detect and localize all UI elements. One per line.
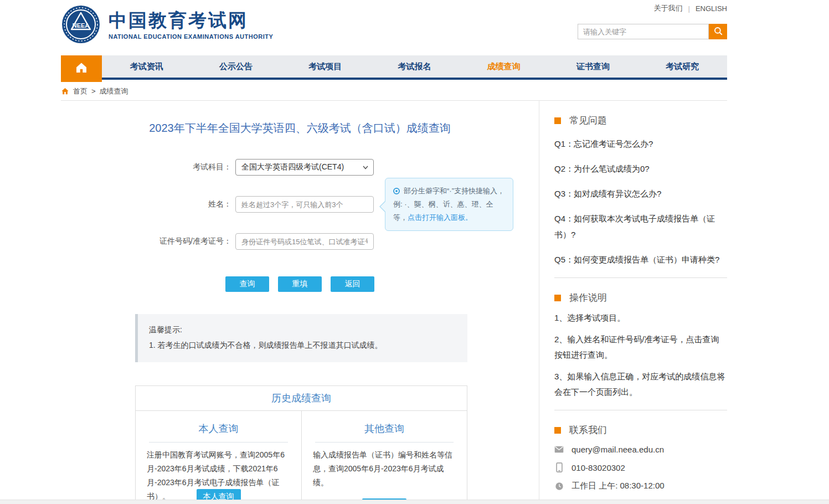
contact-email: query@mail.neea.edu.cn — [571, 445, 664, 454]
page-title: 2023年下半年全国大学英语四、六级考试（含口试）成绩查询 — [61, 121, 539, 136]
faq-item-q1[interactable]: Q1：忘记准考证号怎么办? — [554, 136, 727, 152]
orange-bullet-icon — [554, 427, 561, 434]
page: NEEA 中国教育考试网 NATIONAL EDUCATION EXAMINAT… — [0, 0, 829, 504]
clock-icon — [554, 482, 564, 491]
search-button[interactable] — [709, 24, 727, 39]
contact-email-row: query@mail.neea.edu.cn — [554, 445, 727, 454]
nav-item-exam-registration[interactable]: 考试报名 — [370, 55, 459, 78]
notice-title: 温馨提示: — [149, 322, 456, 337]
contact-phone: 010-83020302 — [571, 463, 625, 472]
notice-box: 温馨提示: 1. 若考生的口试成绩为不合格，则成绩报告单上不报道其口试成绩。 — [135, 314, 467, 362]
subject-select[interactable]: 全国大学英语四级考试(CET4) — [235, 159, 374, 176]
nav-item-exam-research[interactable]: 考试研究 — [638, 55, 727, 78]
nav-item-announcements[interactable]: 公示公告 — [191, 55, 280, 78]
subject-label: 考试科目： — [61, 162, 235, 172]
faq-item-q4[interactable]: Q4：如何获取本次考试电子成绩报告单（证书）? — [554, 210, 727, 243]
footer-strip — [0, 500, 829, 504]
instruction-step-1: 1、选择考试项目。 — [554, 310, 727, 326]
main-nav: 考试资讯 公示公告 考试项目 考试报名 成绩查询 证书查询 考试研究 — [61, 55, 727, 82]
faq-item-q5[interactable]: Q5：如何变更成绩报告单（证书）申请种类? — [554, 251, 727, 268]
search-input[interactable] — [578, 24, 709, 39]
search-bar — [578, 24, 727, 39]
main-area: 2023年下半年全国大学英语四、六级考试（含口试）成绩查询 考试科目： 全国大学… — [61, 101, 727, 504]
contact-section: 联系我们 query@mail.neea.edu.cn — [554, 410, 727, 491]
instructions-title: 操作说明 — [569, 291, 607, 304]
query-panel: 2023年下半年全国大学英语四、六级考试（含口试）成绩查询 考试科目： 全国大学… — [61, 101, 539, 504]
breadcrumb: 首页 > 成绩查询 — [61, 82, 727, 101]
chevron-down-icon — [362, 164, 369, 171]
instruction-step-2: 2、输入姓名和证件号码/准考证号，点击查询按钮进行查询。 — [554, 332, 727, 363]
nav-item-certificate-query[interactable]: 证书查询 — [548, 55, 637, 78]
query-button[interactable]: 查询 — [225, 276, 269, 292]
back-button[interactable]: 返回 — [331, 276, 374, 292]
rare-character-tooltip: 部分生僻字和“·”支持快捷输入，例: ·、龑、㭎、䜣、惪、璒、仝等，点击打开输入… — [385, 178, 513, 231]
orange-bullet-icon — [554, 117, 561, 124]
name-label: 姓名： — [61, 199, 235, 209]
contact-hours: 工作日 上午: 08:30-12:00 — [571, 481, 665, 491]
contact-phone-row: 010-83020302 — [554, 462, 727, 472]
reset-button[interactable]: 重填 — [278, 276, 322, 292]
history-title: 历史成绩查询 — [136, 386, 467, 411]
id-input[interactable] — [235, 233, 374, 250]
faq-item-q2[interactable]: Q2：为什么笔试成绩为0? — [554, 161, 727, 177]
search-icon — [713, 26, 723, 38]
faq-item-q3[interactable]: Q3：如对成绩有异议怎么办? — [554, 186, 727, 202]
id-row: 证件号码/准考证号： — [61, 233, 539, 250]
top-links-separator: | — [688, 4, 690, 13]
other-query-column: 其他查询 输入成绩报告单（证书）编号和姓名等信息，查询2005年6月-2023年… — [301, 411, 467, 504]
instruction-step-3: 3、如果输入信息正确，对应考试的成绩信息将会在下一个页面列出。 — [554, 369, 727, 400]
self-query-title: 本人查询 — [149, 422, 288, 443]
other-query-title: 其他查询 — [315, 422, 454, 443]
logo-subtitle: NATIONAL EDUCATION EXAMINATIONS AUTHORIT… — [109, 33, 273, 40]
open-input-panel-link[interactable]: 点击打开输入面板。 — [408, 213, 472, 222]
orange-bullet-icon — [554, 295, 561, 301]
instructions-section: 操作说明 1、选择考试项目。 2、输入姓名和证件号码/准考证号，点击查询按钮进行… — [554, 278, 727, 410]
subject-row: 考试科目： 全国大学英语四级考试(CET4) — [61, 159, 539, 176]
phone-icon — [554, 462, 564, 472]
breadcrumb-home[interactable]: 首页 — [73, 86, 87, 96]
nav-item-exam-news[interactable]: 考试资讯 — [102, 55, 191, 78]
neea-emblem-icon: NEEA — [61, 4, 101, 47]
header: NEEA 中国教育考试网 NATIONAL EDUCATION EXAMINAT… — [0, 0, 829, 55]
home-icon — [75, 61, 88, 76]
breadcrumb-separator: > — [91, 87, 96, 95]
faq-section: 常见问题 Q1：忘记准考证号怎么办? Q2：为什么笔试成绩为0? Q3：如对成绩… — [554, 101, 727, 278]
id-label: 证件号码/准考证号： — [61, 236, 235, 246]
svg-text:NEEA: NEEA — [73, 22, 90, 29]
logo-title: 中国教育考试网 — [109, 9, 273, 32]
name-input[interactable] — [235, 196, 374, 213]
subject-select-value: 全国大学英语四级考试(CET4) — [241, 162, 344, 172]
other-query-desc: 输入成绩报告单（证书）编号和姓名等信息，查询2005年6月-2023年6月考试成… — [313, 448, 456, 490]
breadcrumb-home-icon — [61, 87, 69, 95]
about-us-link[interactable]: 关于我们 — [654, 3, 683, 13]
radio-dot-icon — [393, 188, 400, 194]
sidebar: 常见问题 Q1：忘记准考证号怎么办? Q2：为什么笔试成绩为0? Q3：如对成绩… — [539, 101, 727, 504]
faq-title: 常见问题 — [569, 114, 607, 127]
breadcrumb-current: 成绩查询 — [100, 86, 128, 96]
top-links: 关于我们 | ENGLISH — [654, 3, 727, 13]
notice-item: 1. 若考生的口试成绩为不合格，则成绩报告单上不报道其口试成绩。 — [149, 338, 456, 352]
contact-title: 联系我们 — [569, 424, 607, 436]
email-icon — [554, 446, 564, 453]
nav-home-button[interactable] — [61, 55, 102, 82]
nav-item-score-query[interactable]: 成绩查询 — [459, 55, 548, 78]
contact-hours-row: 工作日 上午: 08:30-12:00 — [554, 481, 727, 491]
history-query-box: 历史成绩查询 本人查询 注册中国教育考试网账号，查询2005年6月-2023年6… — [135, 385, 467, 504]
english-link[interactable]: ENGLISH — [696, 4, 727, 13]
site-logo[interactable]: NEEA 中国教育考试网 NATIONAL EDUCATION EXAMINAT… — [61, 4, 273, 47]
form-buttons: 查询 重填 返回 — [61, 276, 539, 292]
name-row: 姓名： 部分生僻字和“·”支持快捷输入，例: ·、龑、㭎、䜣、惪、璒、仝等，点击… — [61, 196, 539, 213]
self-query-column: 本人查询 注册中国教育考试网账号，查询2005年6月-2023年6月考试成绩，下… — [136, 411, 301, 504]
nav-items: 考试资讯 公示公告 考试项目 考试报名 成绩查询 证书查询 考试研究 — [102, 55, 727, 80]
nav-item-exam-programs[interactable]: 考试项目 — [281, 55, 370, 78]
score-query-form: 考试科目： 全国大学英语四级考试(CET4) 姓名： 部分生 — [61, 159, 539, 292]
